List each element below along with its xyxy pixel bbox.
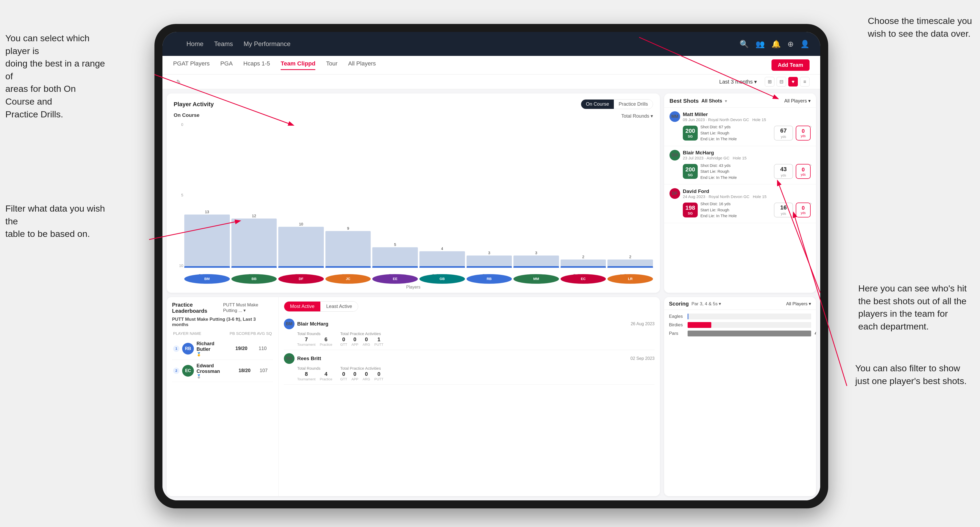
nav-link-performance[interactable]: My Performance: [243, 40, 291, 48]
show-select[interactable]: Last 3 months ▾: [719, 78, 757, 85]
player-avatar-small: EE: [372, 274, 418, 284]
shot-card[interactable]: MM Matt Miller 09 Jun 2023 · Royal North…: [664, 108, 816, 146]
total-rounds-dropdown[interactable]: Total Rounds ▾: [621, 113, 653, 119]
app-val: 0: [353, 371, 356, 377]
active-tabs: Most Active Least Active: [284, 301, 358, 312]
player-meta: 24 Aug 2023 · Royal North Devon GC Hole …: [683, 194, 767, 199]
best-shots-panel: Best Shots All Shots ▾ All Players ▾ MM …: [664, 94, 816, 293]
practice-act-group: Total Practice Activities 0 GTT 0 APP 0 …: [340, 332, 383, 346]
col-avg: PB AVG SQ: [251, 331, 272, 336]
zero-num: 0: [802, 128, 805, 134]
sub-nav-pgat[interactable]: PGAT Players: [173, 60, 210, 70]
list-view-btn[interactable]: ⊟: [776, 77, 786, 86]
bar[interactable]: [231, 219, 277, 268]
active-player-card: BM Blair McHarg 26 Aug 2023 Total Rounds…: [284, 316, 655, 350]
add-team-button[interactable]: Add Team: [772, 59, 810, 71]
bar[interactable]: [561, 259, 606, 268]
sub-nav-all[interactable]: All Players: [348, 60, 376, 70]
bar[interactable]: [372, 247, 418, 268]
nav-links: Home Teams My Performance: [186, 40, 291, 48]
player-avatar: DF: [670, 188, 680, 199]
sub-nav-hcaps[interactable]: Hcaps 1-5: [243, 60, 270, 70]
best-shots-title: Best Shots: [670, 98, 699, 104]
bar[interactable]: [466, 256, 512, 268]
all-shots-tab[interactable]: All Shots: [702, 98, 722, 104]
favorite-view-btn[interactable]: ♥: [788, 77, 798, 86]
zero-box: 0 yds: [796, 164, 811, 179]
sub-nav-tour[interactable]: Tour: [326, 60, 337, 70]
shot-card[interactable]: DF David Ford 24 Aug 2023 · Royal North …: [664, 184, 816, 223]
shot-info: Shot Dist: 16 yds Start Lie: Rough End L…: [700, 201, 771, 219]
col-pb: PB SCORE: [229, 331, 251, 336]
bar[interactable]: [419, 251, 465, 268]
putt-val: 0: [377, 371, 380, 377]
sub-nav-pga[interactable]: PGA: [220, 60, 232, 70]
scoring-player-filter[interactable]: All Players ▾: [786, 301, 811, 306]
bar-value-label: 3: [535, 251, 538, 255]
player-filter[interactable]: All Players ▾: [784, 98, 811, 104]
nav-link-teams[interactable]: Teams: [214, 40, 233, 48]
least-active-tab[interactable]: Least Active: [320, 302, 358, 311]
lb-avg: 107: [255, 368, 272, 373]
sub-nav-team[interactable]: Team Clippd: [281, 60, 315, 70]
bar-value-label: 9: [347, 226, 349, 230]
sun-icon[interactable]: ⊕: [788, 40, 794, 48]
shot-stat-box: 43 yds: [774, 164, 793, 179]
active-player-header: RB Rees Britt 02 Sep 2023: [284, 353, 655, 364]
bar[interactable]: [278, 227, 324, 268]
bar[interactable]: [184, 214, 230, 268]
score-row: Eagles 3: [669, 314, 811, 319]
score-bar-wrap: 499: [687, 330, 811, 337]
lb-row[interactable]: 2 EC Edward Crossman 🥈 18/20 107: [172, 360, 273, 382]
bar[interactable]: [514, 256, 559, 268]
active-players: BM Blair McHarg 26 Aug 2023 Total Rounds…: [284, 316, 655, 384]
team-header: ✎ Last 3 months ▾ ⊞ ⊟ ♥ ≡: [162, 75, 820, 89]
player-avatar-small: BB: [231, 274, 277, 284]
shot-card[interactable]: BM Blair McHarg 23 Jul 2023 · Ashridge G…: [664, 146, 816, 185]
on-course-label: On Course: [173, 112, 199, 118]
zero-box: 0 yds: [796, 125, 811, 141]
user-icon[interactable]: 👤: [800, 40, 810, 48]
practice-header: Practice Leaderboards PUTT Must Make Put…: [172, 302, 273, 314]
bar-group: 5: [372, 122, 418, 268]
putt-label: PUTT: [374, 377, 383, 381]
shot-details: 198 SG Shot Dist: 16 yds Start Lie: Roug…: [683, 201, 811, 219]
people-icon[interactable]: 👥: [756, 40, 765, 48]
rounds-label: Total Rounds: [297, 366, 332, 370]
player-name: Matt Miller: [683, 111, 766, 117]
nav-bar: Home Teams My Performance 🔍 👥 🔔 ⊕ 👤: [162, 32, 820, 56]
shot-info: Shot Dist: 67 yds Start Lie: Rough End L…: [700, 124, 771, 142]
search-icon[interactable]: 🔍: [740, 40, 749, 48]
active-player-header: BM Blair McHarg 26 Aug 2023: [284, 319, 655, 329]
bell-icon[interactable]: 🔔: [772, 40, 781, 48]
practice-label: Practice: [320, 377, 332, 381]
edit-icon[interactable]: ✎: [176, 78, 181, 85]
practice-subtitle: PUTT Must Make Putting (3-6 ft), Last 3 …: [172, 317, 273, 327]
tournament-val: 7: [305, 337, 308, 343]
menu-view-btn[interactable]: ≡: [800, 77, 810, 86]
arg-val: 0: [365, 371, 368, 377]
rounds-label: Total Rounds: [297, 332, 332, 336]
scoring-bars-container: Eagles 3 Birdies 96 Pars 499: [664, 310, 816, 497]
most-active-tab[interactable]: Most Active: [284, 302, 320, 311]
grid-view-btn[interactable]: ⊞: [765, 77, 775, 86]
badge-label: SG: [688, 211, 693, 215]
practice-filter[interactable]: PUTT Must Make Putting ... ▾: [223, 302, 273, 313]
player-activity-panel: Player Activity On Course Practice Drill…: [167, 94, 660, 293]
lb-avatar: RB: [182, 343, 194, 354]
zero-num: 0: [802, 205, 805, 211]
scoring-filter[interactable]: Par 3, 4 & 5s ▾: [691, 301, 721, 306]
on-course-toggle[interactable]: On Course: [581, 100, 614, 109]
lb-row[interactable]: 1 RB Richard Butler 🥇 19/20 110: [172, 338, 273, 360]
lb-avg: 110: [253, 346, 272, 351]
bar[interactable]: [608, 259, 653, 268]
nav-link-home[interactable]: Home: [186, 40, 204, 48]
scoring-panel: Scoring Par 3, 4 & 5s ▾ All Players ▾ Ea…: [664, 297, 816, 497]
col-player: PLAYER NAME: [173, 331, 229, 336]
section-sub: On Course Total Rounds ▾: [173, 112, 653, 120]
practice-drills-toggle[interactable]: Practice Drills: [614, 100, 653, 109]
practice-val: 4: [325, 371, 328, 377]
shot-cards-container: MM Matt Miller 09 Jun 2023 · Royal North…: [664, 108, 816, 223]
rounds-vals: 7 Tournament 6 Practice: [297, 337, 332, 346]
bar[interactable]: [325, 231, 371, 268]
